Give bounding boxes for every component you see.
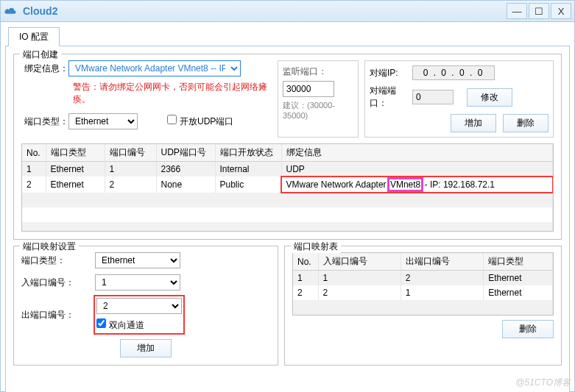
watermark: @51CTO博客 — [515, 377, 571, 389]
delete-button[interactable]: 删除 — [503, 114, 548, 132]
peer-ip-label: 对端IP: — [370, 67, 412, 79]
cloud-icon — [4, 6, 17, 16]
table-row[interactable]: 112Ethernet — [293, 271, 553, 286]
listen-port-input[interactable] — [283, 81, 334, 97]
map-type-select[interactable]: Ethernet — [95, 252, 180, 268]
bidir-checkbox[interactable] — [96, 318, 106, 328]
open-udp-checkbox[interactable] — [167, 115, 177, 124]
peer-port-input[interactable] — [412, 90, 454, 104]
peer-ip-input[interactable]: 0 . 0 . 0 . 0 — [412, 65, 495, 80]
window-controls: — ☐ X — [505, 3, 571, 19]
map-type-label: 端口类型： — [21, 254, 95, 267]
window-title: Cloud2 — [23, 5, 57, 17]
port-create-legend: 端口创建 — [20, 49, 61, 61]
table-row[interactable]: 2Ethernet2NonePublic VMware Network Adap… — [22, 177, 553, 193]
bidir-label: 双向通道 — [109, 320, 144, 330]
tab-io-config[interactable]: IO 配置 — [8, 27, 60, 46]
titlebar: Cloud2 — ☐ X — [0, 0, 575, 22]
minimize-button[interactable]: — — [507, 3, 527, 19]
port-map-settings-fieldset: 端口映射设置 端口类型： Ethernet 入端口编号： 1 出端口编号： 2 … — [13, 246, 278, 366]
bind-cell-highlighted: VMware Network Adapter VMnet8 - IP: 192.… — [281, 177, 553, 193]
map-set-legend: 端口映射设置 — [20, 240, 79, 253]
peer-port-label: 对端端口： — [370, 85, 412, 110]
port-table: No. 端口类型 端口编号 UDP端口号 端口开放状态 绑定信息 1Ethern… — [21, 143, 554, 232]
map-table: No.入端口编号出端口编号端口类型 112Ethernet 221Etherne… — [292, 252, 554, 316]
peer-group: 对端IP: 0 . 0 . 0 . 0 对端端口： 修改 增加 删除 — [364, 60, 554, 138]
port-type-label: 端口类型： — [21, 115, 68, 128]
port-type-select[interactable]: Ethernet — [68, 113, 138, 129]
add-button[interactable]: 增加 — [451, 114, 496, 132]
out-port-select[interactable]: 2 — [96, 298, 182, 314]
bind-select[interactable]: VMware Network Adapter VMnet8 -- IP: 192… — [68, 60, 241, 76]
bind-label: 绑定信息： — [21, 63, 68, 75]
maximize-button[interactable]: ☐ — [529, 3, 549, 19]
port-map-table-fieldset: 端口映射表 No.入端口编号出端口编号端口类型 112Ethernet 221E… — [284, 246, 562, 366]
out-port-highlight: 2 双向通道 — [95, 296, 183, 333]
table-header-row: No.入端口编号出端口编号端口类型 — [293, 253, 553, 271]
open-udp-label: 开放UDP端口 — [180, 116, 233, 126]
close-button[interactable]: X — [551, 3, 571, 19]
listen-label: 监听端口： — [283, 65, 353, 78]
port-create-fieldset: 端口创建 绑定信息： VMware Network Adapter VMnet8… — [13, 54, 562, 240]
map-add-button[interactable]: 增加 — [120, 339, 172, 357]
out-port-label: 出端口编号： — [21, 309, 95, 321]
listen-suggest: 建议：(30000-35000) — [283, 100, 353, 120]
warn-text: 警告：请勿绑定公网网卡，否则可能会引起网络瘫痪。 — [73, 81, 272, 106]
in-port-label: 入端口编号： — [21, 277, 95, 289]
modify-button[interactable]: 修改 — [467, 88, 512, 107]
in-port-select[interactable]: 1 — [95, 274, 180, 291]
listen-group: 监听端口： 建议：(30000-35000) — [278, 60, 359, 138]
vmnet-highlight: VMnet8 — [389, 179, 422, 190]
table-header-row: No. 端口类型 端口编号 UDP端口号 端口开放状态 绑定信息 — [22, 144, 553, 162]
table-row[interactable]: 221Ethernet — [293, 285, 553, 300]
table-row[interactable]: 1Ethernet12366InternalUDP — [22, 162, 553, 177]
map-table-legend: 端口映射表 — [291, 240, 341, 253]
map-delete-button[interactable]: 删除 — [502, 320, 554, 338]
